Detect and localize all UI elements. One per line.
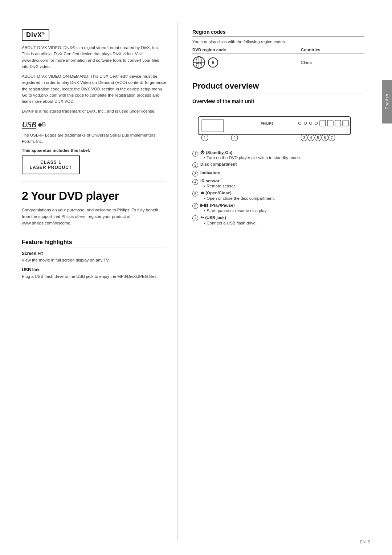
- item-5-num: 5: [192, 191, 198, 197]
- chapter-divider: [22, 182, 167, 182]
- item-2-title: Disc compartment: [200, 162, 237, 166]
- svg-text:PHILIPS: PHILIPS: [261, 122, 273, 125]
- item-6-num: 6: [192, 203, 198, 209]
- item-5-content: ⏏ (Open/Close) Open or close the disc co…: [200, 190, 364, 200]
- screen-fit-text: View the movie in full screen display on…: [22, 257, 167, 263]
- chapter-heading: 2 Your DVD player: [22, 189, 167, 203]
- item-1: 1 ⏻ (Standby-On) Turn on the DVD player …: [192, 150, 364, 160]
- svg-text:3: 3: [303, 136, 305, 140]
- product-overview-title: Product overview: [192, 81, 364, 93]
- region-codes-section: Region codes You can play discs with the…: [192, 29, 364, 71]
- svg-text:2: 2: [233, 136, 236, 140]
- usb-caption-text: The USB-IF Logos are trademarks of Unive…: [22, 132, 167, 145]
- region-codes-desc: You can play discs with the following re…: [192, 40, 364, 44]
- label-class: CLASS 1: [28, 160, 73, 165]
- item-5-sub: Open or close the disc compartment.: [200, 196, 364, 200]
- intro-text: Congratulations on your purchase, and we…: [22, 207, 167, 226]
- svg-point-11: [304, 122, 307, 125]
- item-6-content: ▶▮▮ (Play/Pause) Start, pause or resume …: [200, 203, 364, 213]
- language-tab: English: [382, 80, 392, 123]
- laser-label-box: CLASS 1 LASER PRODUCT: [22, 155, 80, 174]
- svg-text:6: 6: [212, 60, 215, 65]
- col-dvd-region: DVD region code: [192, 48, 301, 54]
- svg-rect-14: [320, 120, 326, 126]
- item-2-content: Disc compartment: [200, 162, 364, 166]
- item-1-content: ⏻ (Standby-On) Turn on the DVD player or…: [200, 150, 364, 160]
- svg-rect-16: [335, 120, 341, 126]
- item-6-sub: Start, pause or resume disc play.: [200, 208, 364, 213]
- feature-divider: [22, 233, 167, 233]
- svg-point-10: [299, 122, 301, 125]
- usb-link-title: USB link: [22, 267, 167, 272]
- region-6-icon: 6: [208, 57, 219, 68]
- usb-text-logo: USB: [22, 120, 36, 129]
- item-7: 7 ↬ (USB jack) Connect a USB flash drive…: [192, 215, 364, 225]
- item-3-content: Indicators: [200, 170, 364, 175]
- svg-text:6: 6: [324, 136, 326, 140]
- svg-text:7: 7: [331, 136, 333, 140]
- svg-rect-9: [202, 119, 224, 132]
- product-overview-section: Product overview Overview of the main un…: [192, 81, 364, 225]
- usb-link-section: USB link Plug a USB flash drive to the U…: [22, 267, 167, 280]
- feature-highlights-heading: Feature highlights: [22, 239, 167, 247]
- region-codes-title: Region codes: [192, 29, 364, 37]
- dvd-unit-diagram: PHILIPS 1 2: [192, 109, 364, 142]
- all-globe-icon: ALL: [192, 56, 205, 69]
- divx-logo: DivX®: [22, 29, 49, 41]
- footer-label: EN: [360, 540, 366, 544]
- right-column: Region codes You can play discs with the…: [178, 22, 382, 540]
- usb-text: USB: [22, 120, 36, 129]
- col-countries: Countries: [301, 48, 364, 54]
- item-4: 4 iR sensor Remote sensor.: [192, 179, 364, 188]
- page-footer: EN 5: [360, 540, 370, 544]
- item-7-num: 7: [192, 215, 198, 221]
- item-3: 3 Indicators: [192, 170, 364, 177]
- item-1-sub: Turn on the DVD player or switch to stan…: [200, 155, 364, 160]
- item-5-title: ⏏ (Open/Close): [200, 191, 232, 195]
- item-7-title: ↬ (USB jack): [200, 215, 226, 220]
- region-icon-group: ALL 6: [192, 56, 301, 69]
- item-5: 5 ⏏ (Open/Close) Open or close the disc …: [192, 190, 364, 200]
- overview-sub: Overview of the main unit: [192, 98, 364, 104]
- item-3-title: Indicators: [200, 170, 220, 175]
- divx-about-text: ABOUT DIVX VIDEO: DivX® is a digital vid…: [22, 45, 167, 70]
- divx-sup: ®: [42, 32, 45, 35]
- svg-text:4: 4: [310, 136, 312, 140]
- svg-rect-15: [327, 120, 333, 126]
- item-4-sub: Remote sensor.: [200, 184, 364, 188]
- item-1-title: ⏻ (Standby-On): [200, 150, 232, 155]
- region-table: DVD region code Countries: [192, 48, 364, 71]
- svg-point-12: [310, 122, 312, 125]
- item-4-title: iR sensor: [200, 179, 219, 183]
- divx-vod-text: ABOUT DIVX VIDEO-ON-DEMAND: This DivX Ce…: [22, 73, 167, 105]
- usb-if-symbol: ◆B: [38, 121, 46, 128]
- screen-fit-section: Screen Fit View the movie in full screen…: [22, 251, 167, 263]
- svg-point-13: [315, 122, 318, 125]
- divx-logo-text: DivX: [26, 31, 42, 39]
- item-1-num: 1: [192, 151, 198, 157]
- overview-items-list: 1 ⏻ (Standby-On) Turn on the DVD player …: [192, 150, 364, 225]
- divx-trademark-text: DivX® is a registered trademark of DivX,…: [22, 108, 167, 114]
- label-product: LASER PRODUCT: [28, 165, 73, 170]
- item-2-num: 2: [192, 162, 198, 168]
- item-6: 6 ▶▮▮ (Play/Pause) Start, pause or resum…: [192, 203, 364, 213]
- this-apparatus-label: This apparatus includes this label:: [22, 148, 167, 153]
- screen-fit-title: Screen Fit: [22, 251, 167, 256]
- item-4-content: iR sensor Remote sensor.: [200, 179, 364, 188]
- region-icon-cell: ALL 6: [192, 54, 301, 72]
- usb-logo-container: USB ◆B: [22, 120, 167, 129]
- svg-text:1: 1: [204, 136, 206, 140]
- item-7-content: ↬ (USB jack) Connect a USB flash drive.: [200, 215, 364, 225]
- item-6-title: ▶▮▮ (Play/Pause): [200, 203, 235, 207]
- item-2: 2 Disc compartment: [192, 162, 364, 168]
- language-tab-label: English: [385, 94, 389, 109]
- svg-text:5: 5: [317, 136, 319, 140]
- left-column: DivX® ABOUT DIVX VIDEO: DivX® is a digit…: [0, 22, 178, 540]
- svg-text:ALL: ALL: [196, 61, 202, 65]
- label-box-section: This apparatus includes this label: CLAS…: [22, 148, 167, 174]
- region-row: ALL 6 China: [192, 54, 364, 72]
- item-3-num: 3: [192, 171, 198, 177]
- item-7-sub: Connect a USB flash drive.: [200, 221, 364, 225]
- svg-rect-17: [343, 120, 348, 126]
- region-country: China: [301, 54, 364, 72]
